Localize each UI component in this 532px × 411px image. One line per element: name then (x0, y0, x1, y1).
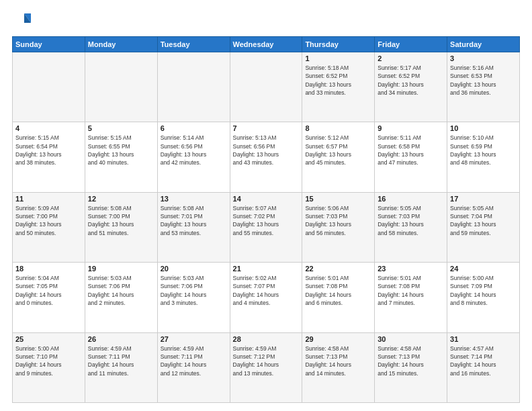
calendar-cell (85, 52, 157, 122)
calendar-cell: 18Sunrise: 5:04 AM Sunset: 7:05 PM Dayli… (13, 263, 85, 332)
calendar-cell: 2Sunrise: 5:17 AM Sunset: 6:52 PM Daylig… (375, 52, 447, 122)
day-number: 11 (15, 195, 82, 203)
day-number: 28 (233, 335, 300, 343)
day-info: Sunrise: 5:14 AM Sunset: 6:56 PM Dayligh… (161, 134, 227, 167)
day-info: Sunrise: 5:01 AM Sunset: 7:08 PM Dayligh… (305, 274, 371, 307)
page: SundayMondayTuesdayWednesdayThursdayFrid… (0, 0, 532, 411)
day-info: Sunrise: 5:13 AM Sunset: 6:56 PM Dayligh… (233, 134, 300, 167)
day-info: Sunrise: 4:58 AM Sunset: 7:13 PM Dayligh… (305, 345, 371, 377)
day-info: Sunrise: 4:59 AM Sunset: 7:11 PM Dayligh… (88, 345, 154, 377)
day-number: 6 (161, 124, 227, 132)
calendar-cell: 30Sunrise: 4:58 AM Sunset: 7:13 PM Dayli… (375, 332, 447, 402)
day-info: Sunrise: 5:17 AM Sunset: 6:52 PM Dayligh… (378, 64, 444, 97)
calendar-cell: 22Sunrise: 5:01 AM Sunset: 7:08 PM Dayli… (302, 263, 375, 332)
day-info: Sunrise: 5:07 AM Sunset: 7:02 PM Dayligh… (233, 204, 300, 237)
week-row-3: 11Sunrise: 5:09 AM Sunset: 7:00 PM Dayli… (13, 192, 520, 262)
calendar-cell: 1Sunrise: 5:18 AM Sunset: 6:52 PM Daylig… (302, 52, 375, 122)
calendar-cell: 28Sunrise: 4:59 AM Sunset: 7:12 PM Dayli… (230, 332, 302, 402)
weekday-header-friday: Friday (375, 37, 447, 52)
day-number: 26 (88, 335, 154, 343)
calendar-cell: 13Sunrise: 5:08 AM Sunset: 7:01 PM Dayli… (157, 192, 230, 262)
day-info: Sunrise: 5:09 AM Sunset: 7:00 PM Dayligh… (15, 204, 82, 237)
week-row-2: 4Sunrise: 5:15 AM Sunset: 6:54 PM Daylig… (13, 122, 520, 192)
day-info: Sunrise: 5:16 AM Sunset: 6:53 PM Dayligh… (450, 64, 517, 97)
calendar-cell: 15Sunrise: 5:06 AM Sunset: 7:03 PM Dayli… (302, 192, 375, 262)
calendar: SundayMondayTuesdayWednesdayThursdayFrid… (12, 36, 520, 403)
calendar-cell: 21Sunrise: 5:02 AM Sunset: 7:07 PM Dayli… (230, 263, 302, 332)
day-number: 16 (378, 195, 444, 203)
calendar-cell (230, 52, 302, 122)
day-info: Sunrise: 5:04 AM Sunset: 7:05 PM Dayligh… (15, 274, 82, 307)
day-info: Sunrise: 5:15 AM Sunset: 6:55 PM Dayligh… (88, 134, 154, 167)
calendar-cell: 12Sunrise: 5:08 AM Sunset: 7:00 PM Dayli… (85, 192, 157, 262)
calendar-cell: 4Sunrise: 5:15 AM Sunset: 6:54 PM Daylig… (13, 122, 85, 192)
day-info: Sunrise: 4:59 AM Sunset: 7:11 PM Dayligh… (161, 345, 227, 377)
calendar-cell (13, 52, 85, 122)
calendar-cell: 20Sunrise: 5:03 AM Sunset: 7:06 PM Dayli… (157, 263, 230, 332)
weekday-header-monday: Monday (85, 37, 157, 52)
day-info: Sunrise: 5:05 AM Sunset: 7:04 PM Dayligh… (450, 204, 517, 237)
day-number: 19 (88, 265, 154, 273)
calendar-cell: 26Sunrise: 4:59 AM Sunset: 7:11 PM Dayli… (85, 332, 157, 402)
day-number: 24 (450, 265, 517, 273)
day-info: Sunrise: 5:08 AM Sunset: 7:00 PM Dayligh… (88, 204, 154, 237)
calendar-cell: 6Sunrise: 5:14 AM Sunset: 6:56 PM Daylig… (157, 122, 230, 192)
calendar-cell: 17Sunrise: 5:05 AM Sunset: 7:04 PM Dayli… (447, 192, 520, 262)
day-number: 3 (450, 54, 517, 62)
day-info: Sunrise: 5:11 AM Sunset: 6:58 PM Dayligh… (378, 134, 444, 167)
day-number: 18 (15, 265, 82, 273)
day-number: 9 (378, 124, 444, 132)
calendar-cell (157, 52, 230, 122)
day-number: 20 (161, 265, 227, 273)
calendar-cell: 5Sunrise: 5:15 AM Sunset: 6:55 PM Daylig… (85, 122, 157, 192)
day-number: 13 (161, 195, 227, 203)
day-number: 10 (450, 124, 517, 132)
day-info: Sunrise: 4:58 AM Sunset: 7:13 PM Dayligh… (378, 345, 444, 377)
day-info: Sunrise: 5:10 AM Sunset: 6:59 PM Dayligh… (450, 134, 517, 167)
weekday-header-saturday: Saturday (447, 37, 520, 52)
day-number: 15 (305, 195, 371, 203)
logo (12, 11, 34, 30)
day-info: Sunrise: 5:15 AM Sunset: 6:54 PM Dayligh… (15, 134, 82, 167)
day-info: Sunrise: 5:01 AM Sunset: 7:08 PM Dayligh… (378, 274, 444, 307)
calendar-cell: 31Sunrise: 4:57 AM Sunset: 7:14 PM Dayli… (447, 332, 520, 402)
weekday-header-wednesday: Wednesday (230, 37, 302, 52)
week-row-5: 25Sunrise: 5:00 AM Sunset: 7:10 PM Dayli… (13, 332, 520, 402)
day-number: 4 (15, 124, 82, 132)
day-info: Sunrise: 5:00 AM Sunset: 7:10 PM Dayligh… (15, 345, 82, 377)
weekday-header-tuesday: Tuesday (157, 37, 230, 52)
calendar-cell: 7Sunrise: 5:13 AM Sunset: 6:56 PM Daylig… (230, 122, 302, 192)
weekday-header-row: SundayMondayTuesdayWednesdayThursdayFrid… (13, 37, 520, 52)
header (12, 11, 520, 30)
day-info: Sunrise: 5:12 AM Sunset: 6:57 PM Dayligh… (305, 134, 371, 167)
calendar-cell: 27Sunrise: 4:59 AM Sunset: 7:11 PM Dayli… (157, 332, 230, 402)
calendar-cell: 10Sunrise: 5:10 AM Sunset: 6:59 PM Dayli… (447, 122, 520, 192)
day-number: 2 (378, 54, 444, 62)
day-number: 31 (450, 335, 517, 343)
day-number: 30 (378, 335, 444, 343)
day-number: 7 (233, 124, 300, 132)
day-number: 14 (233, 195, 300, 203)
day-info: Sunrise: 5:05 AM Sunset: 7:03 PM Dayligh… (378, 204, 444, 237)
day-info: Sunrise: 5:03 AM Sunset: 7:06 PM Dayligh… (161, 274, 227, 307)
day-info: Sunrise: 5:03 AM Sunset: 7:06 PM Dayligh… (88, 274, 154, 307)
day-info: Sunrise: 5:06 AM Sunset: 7:03 PM Dayligh… (305, 204, 371, 237)
calendar-cell: 23Sunrise: 5:01 AM Sunset: 7:08 PM Dayli… (375, 263, 447, 332)
logo-icon (12, 11, 31, 30)
day-number: 29 (305, 335, 371, 343)
day-number: 5 (88, 124, 154, 132)
calendar-cell: 29Sunrise: 4:58 AM Sunset: 7:13 PM Dayli… (302, 332, 375, 402)
calendar-cell: 8Sunrise: 5:12 AM Sunset: 6:57 PM Daylig… (302, 122, 375, 192)
day-number: 27 (161, 335, 227, 343)
day-number: 25 (15, 335, 82, 343)
day-info: Sunrise: 5:18 AM Sunset: 6:52 PM Dayligh… (305, 64, 371, 97)
calendar-cell: 9Sunrise: 5:11 AM Sunset: 6:58 PM Daylig… (375, 122, 447, 192)
week-row-4: 18Sunrise: 5:04 AM Sunset: 7:05 PM Dayli… (13, 263, 520, 332)
calendar-cell: 19Sunrise: 5:03 AM Sunset: 7:06 PM Dayli… (85, 263, 157, 332)
day-number: 17 (450, 195, 517, 203)
day-number: 12 (88, 195, 154, 203)
weekday-header-thursday: Thursday (302, 37, 375, 52)
day-number: 23 (378, 265, 444, 273)
day-info: Sunrise: 4:57 AM Sunset: 7:14 PM Dayligh… (450, 345, 517, 377)
calendar-cell: 16Sunrise: 5:05 AM Sunset: 7:03 PM Dayli… (375, 192, 447, 262)
